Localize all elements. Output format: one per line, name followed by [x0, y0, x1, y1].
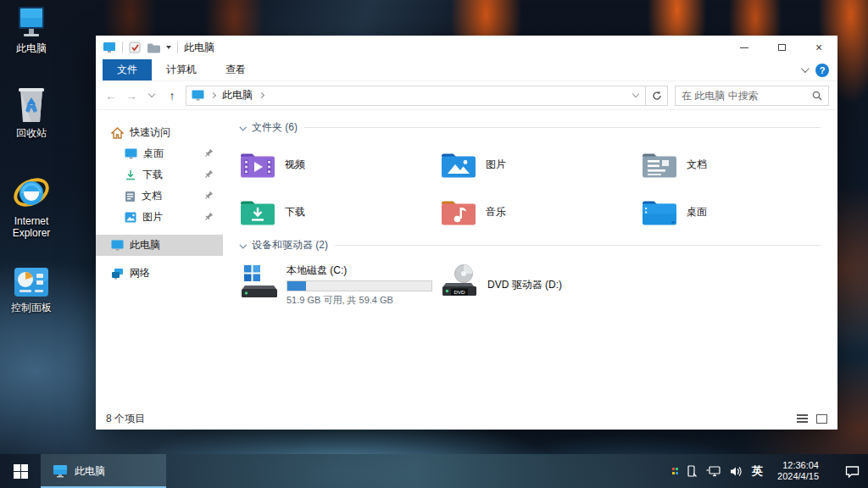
clock-time: 12:36:04 — [777, 460, 819, 471]
desktop-icon-control-panel[interactable]: 控制面板 — [2, 266, 61, 313]
qat-customize-dropdown-icon[interactable] — [166, 46, 171, 49]
sidebar-item-this-pc[interactable]: 此电脑 — [96, 235, 223, 256]
folders-grid: 视频 图片 — [240, 147, 821, 230]
breadcrumb-location[interactable]: 此电脑 — [222, 88, 253, 103]
drive-name: DVD 驱动器 (D:) — [487, 278, 562, 292]
pin-icon — [204, 170, 213, 179]
divider — [304, 127, 821, 128]
large-icons-view-icon[interactable] — [816, 414, 827, 424]
refresh-button[interactable] — [646, 86, 668, 106]
tab-view[interactable]: 查看 — [211, 59, 260, 80]
input-language-indicator[interactable]: 英 — [752, 463, 763, 479]
downloads-folder-icon — [240, 197, 275, 226]
maximize-button[interactable] — [763, 36, 800, 59]
folder-tile-downloads[interactable]: 下载 — [240, 194, 441, 230]
local-disk-icon — [240, 263, 279, 300]
minimize-button[interactable] — [726, 36, 763, 59]
drive-capacity-text: 51.9 GB 可用, 共 59.4 GB — [287, 294, 432, 307]
section-header-devices: 设备和驱动器 (2) — [240, 238, 821, 252]
taskbar-app-this-pc[interactable]: 此电脑 — [41, 454, 166, 488]
minimize-icon — [740, 47, 748, 48]
this-pc-icon — [13, 5, 50, 39]
sidebar-item-pictures[interactable]: 图片 — [96, 207, 223, 228]
tab-file[interactable]: 文件 — [103, 59, 152, 80]
document-icon — [125, 191, 136, 202]
status-bar: 8 个项目 — [96, 408, 837, 430]
new-folder-icon[interactable] — [147, 42, 160, 53]
divider — [335, 245, 821, 246]
start-button[interactable] — [0, 454, 41, 488]
drive-tile-dvd-d[interactable]: DVD DVD 驱动器 (D:) — [441, 263, 642, 307]
quick-access-toolbar — [103, 42, 178, 53]
section-header-folders: 文件夹 (6) — [240, 120, 821, 135]
documents-folder-icon — [642, 150, 677, 179]
network-tray-icon[interactable] — [706, 466, 721, 477]
folder-label: 下载 — [285, 205, 305, 219]
drive-name: 本地磁盘 (C:) — [287, 263, 432, 278]
action-center-icon[interactable] — [845, 465, 860, 478]
up-button[interactable]: ↑ — [162, 86, 182, 106]
sidebar-item-desktop[interactable]: 桌面 — [96, 143, 223, 164]
volume-tray-icon[interactable] — [730, 466, 743, 477]
desktop-folder-icon — [642, 197, 677, 226]
ribbon-tabs: 文件 计算机 查看 ? — [96, 59, 837, 81]
folder-tile-documents[interactable]: 文档 — [642, 147, 843, 182]
breadcrumb-separator-icon — [210, 92, 216, 98]
folder-tile-desktop[interactable]: 桌面 — [642, 194, 843, 230]
address-dropdown-icon[interactable] — [626, 86, 645, 105]
desktop-icon-this-pc[interactable]: 此电脑 — [2, 5, 61, 54]
sidebar-item-label: 快速访问 — [130, 125, 170, 140]
search-box[interactable] — [675, 86, 829, 106]
desktop-icon-internet-explorer[interactable]: Internet Explorer — [2, 175, 61, 239]
folder-label: 桌面 — [687, 205, 707, 219]
breadcrumb-separator-icon — [259, 92, 264, 98]
sidebar-item-label: 文档 — [142, 189, 162, 203]
back-button[interactable]: ← — [101, 86, 121, 106]
pictures-folder-icon — [441, 150, 476, 179]
title-bar: 此电脑 × — [96, 36, 837, 59]
desktop-icon-label: 此电脑 — [16, 42, 47, 54]
ribbon-collapse-icon[interactable] — [801, 64, 810, 73]
details-view-icon[interactable] — [797, 414, 808, 423]
search-icon — [812, 91, 822, 101]
divider — [122, 42, 123, 53]
sidebar-item-network[interactable]: 网络 — [96, 263, 223, 284]
refresh-icon — [652, 91, 662, 101]
recent-locations-dropdown[interactable] — [142, 86, 162, 106]
sidebar-item-documents[interactable]: 文档 — [96, 186, 223, 207]
desktop-icon — [125, 148, 137, 159]
forward-button[interactable]: → — [121, 86, 142, 106]
collapse-section-icon[interactable] — [239, 124, 246, 130]
system-tray: 英 12:36:04 2024/4/15 — [672, 454, 868, 488]
items-count: 8 个项目 — [106, 412, 145, 426]
folder-tile-music[interactable]: 音乐 — [441, 194, 642, 230]
search-input[interactable] — [682, 90, 812, 102]
drive-tile-local-disk-c[interactable]: 本地磁盘 (C:) 51.9 GB 可用, 共 59.4 GB — [240, 263, 441, 307]
desktop-icon-label: 控制面板 — [11, 302, 52, 313]
sidebar-item-label: 网络 — [130, 266, 150, 280]
tab-computer[interactable]: 计算机 — [152, 59, 211, 80]
device-tray-icon[interactable] — [687, 465, 697, 478]
tray-app-icon[interactable] — [672, 468, 679, 474]
collapse-section-icon[interactable] — [239, 241, 246, 248]
navigation-pane: 快速访问 桌面 下载 — [96, 110, 223, 408]
control-panel-icon — [13, 266, 50, 298]
close-button[interactable]: × — [800, 36, 837, 59]
help-icon[interactable]: ? — [815, 64, 829, 77]
divider — [177, 42, 178, 53]
taskbar: 此电脑 英 12:36:04 — [0, 454, 868, 488]
desktop-icon-recycle-bin[interactable]: 回收站 — [2, 86, 61, 139]
properties-icon[interactable] — [129, 42, 141, 53]
folder-label: 音乐 — [486, 205, 506, 219]
folder-tile-videos[interactable]: 视频 — [240, 147, 441, 182]
sidebar-item-label: 此电脑 — [130, 238, 160, 252]
folder-tile-pictures[interactable]: 图片 — [441, 147, 642, 182]
taskbar-clock[interactable]: 12:36:04 2024/4/15 — [777, 460, 819, 482]
maximize-icon — [778, 44, 786, 51]
pin-icon — [204, 213, 213, 221]
disk-usage-bar — [287, 280, 432, 291]
sidebar-item-quick-access[interactable]: 快速访问 — [96, 122, 223, 143]
address-bar[interactable]: 此电脑 — [186, 86, 646, 106]
sidebar-item-downloads[interactable]: 下载 — [96, 164, 223, 186]
close-icon: × — [815, 42, 822, 53]
